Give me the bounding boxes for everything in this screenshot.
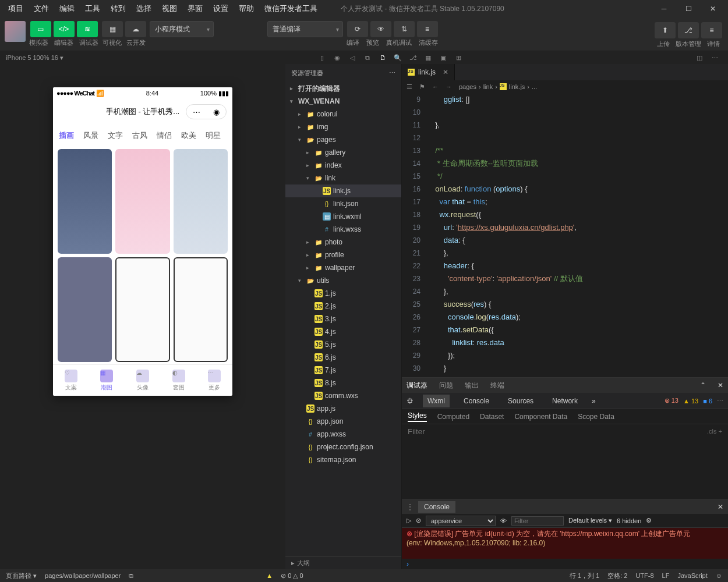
tab-illustration[interactable]: 插画 [58,128,75,143]
tab-component-data[interactable]: Component Data [514,413,567,421]
warning-count[interactable]: ▲ 13 [683,398,698,404]
tree-item-wallpaper[interactable]: ▸📁wallpaper [285,261,401,274]
tree-item-comm-wxs[interactable]: JScomm.wxs [285,389,401,402]
tab-dataset[interactable]: Dataset [480,413,504,421]
menu-select[interactable]: 选择 [132,1,156,16]
tab-star[interactable]: 明星 [204,128,222,143]
indent-info[interactable]: 空格: 2 [607,572,627,580]
device-info[interactable]: iPhone 5 100% 16 ▾ [6,54,63,62]
gallery-item[interactable] [174,257,228,362]
menu-file[interactable]: 文件 [29,1,54,16]
breadcrumb-item[interactable]: pages [459,83,476,90]
cut-icon[interactable]: ⧉ [360,51,375,64]
tab-scenery[interactable]: 风景 [82,128,100,143]
debugger-toggle[interactable]: ≋ [77,21,98,37]
real-device-button[interactable]: ⇅ [394,21,415,37]
forward-icon[interactable]: → [446,83,452,90]
record-icon[interactable]: ◉ [330,51,345,64]
list-icon[interactable]: ☰ [407,83,412,91]
gallery-item[interactable] [115,257,169,362]
tree-item-img[interactable]: ▸📁img [285,120,401,133]
error-count[interactable]: ⊗ 13 [665,397,678,404]
tree-item-colorui[interactable]: ▸📁colorui [285,108,401,120]
tabbar-wenan[interactable]: ♡文案 [53,365,89,396]
code-editor[interactable]: 9101112131415161718192021222324252627282… [402,93,728,377]
tree-item-4-js[interactable]: JS4.js [285,325,401,338]
breadcrumb-item[interactable]: ... [532,83,537,90]
page-route-label[interactable]: 页面路径 ▾ [6,572,37,580]
console-scope-select[interactable]: appservice [426,516,496,526]
tab-problems[interactable]: 问题 [439,381,453,391]
maximize-button[interactable]: ☐ [677,0,700,17]
preview-button[interactable]: 👁 [370,21,391,37]
visualize-button[interactable]: ▦ [102,21,123,37]
close-tab-icon[interactable]: ✕ [443,68,448,76]
cls-toggle[interactable]: .cls [707,428,717,435]
breadcrumb-item[interactable]: link [483,83,493,90]
tree-item-app-js[interactable]: JSapp.js [285,402,401,415]
page-path[interactable]: pages/wallpaper/wallpaper [45,572,121,579]
stop-icon[interactable]: ⊘ [416,517,421,524]
detail-button[interactable]: ≡ [701,22,722,38]
menu-help[interactable]: 帮助 [234,1,259,16]
language-mode[interactable]: JavaScript [677,572,707,579]
styles-filter-input[interactable] [408,427,466,436]
inspect-icon[interactable]: ⯐ [407,397,414,405]
warning-icon[interactable]: ▲ [266,572,273,579]
explorer-section[interactable]: ▸打开的编辑器 [285,82,401,95]
tab-scope-data[interactable]: Scope Data [578,413,614,421]
tree-item-sitemap-json[interactable]: {}sitemap.json [285,453,401,466]
branch-icon[interactable]: ⎇ [405,51,420,64]
more-tabs-icon[interactable]: » [592,397,596,405]
back-icon[interactable]: ← [432,83,439,90]
editor-toggle[interactable]: </> [54,21,75,37]
menu-view[interactable]: 视图 [157,1,182,16]
console-close-icon[interactable]: ✕ [718,503,723,511]
tree-item-link-wxss[interactable]: #link.wxss [285,223,401,236]
build-mode-select[interactable]: 普通编译 [267,21,343,37]
tree-item-index[interactable]: ▸📁index [285,159,401,172]
menu-tool[interactable]: 工具 [80,1,105,16]
panel-close-icon[interactable]: ✕ [718,381,723,389]
diagnostics[interactable]: ⊘ 0 △ 0 [281,572,303,580]
more-icon[interactable]: ⋯ [707,51,722,64]
gallery-item[interactable] [174,149,228,254]
tab-styles[interactable]: Styles [408,411,427,422]
chevron-up-icon[interactable]: ⌃ [700,381,706,389]
clear-console-icon[interactable]: ▷ [407,517,411,524]
explorer-more-icon[interactable]: ⋯ [389,69,395,77]
hidden-count[interactable]: 6 hidden [617,517,641,524]
editor-tab-linkjs[interactable]: JS link.js ✕ [402,64,455,80]
menu-project[interactable]: 项目 [3,1,28,16]
gallery-item[interactable] [115,149,169,254]
console-tab[interactable]: Console [418,501,455,513]
tab-debugger[interactable]: 调试器 [407,381,427,391]
tree-item-link-json[interactable]: {}link.json [285,197,401,210]
tabbar-chaotu[interactable]: ▦潮图 [89,365,125,396]
tree-item-photo[interactable]: ▸📁photo [285,236,401,249]
ext3-icon[interactable]: ⊞ [451,51,466,64]
tab-network[interactable]: Network [547,395,582,407]
levels-select[interactable]: Default levels ▾ [568,517,612,524]
gear-icon[interactable]: ⚙ [646,517,652,524]
tab-output[interactable]: 输出 [465,381,479,391]
search-icon[interactable]: 🔍 [390,51,405,64]
tree-item-utils[interactable]: ▾📂utils [285,274,401,287]
tree-item-8-js[interactable]: JS8.js [285,377,401,389]
compile-mode-select[interactable]: 小程序模式 [150,21,214,37]
info-count[interactable]: ■ 6 [703,398,712,404]
cursor-position[interactable]: 行 1，列 1 [570,572,599,580]
menu-settings[interactable]: 设置 [208,1,233,16]
tab-couple[interactable]: 情侣 [156,128,173,143]
ext1-icon[interactable]: ▦ [420,51,436,64]
breadcrumb-item[interactable]: link.js [509,83,525,90]
tree-item-pages[interactable]: ▾📂pages [285,133,401,146]
gallery-item[interactable] [58,149,112,254]
copy-icon[interactable]: ⧉ [129,572,133,580]
tree-item-profile[interactable]: ▸📁profile [285,249,401,261]
menu-goto[interactable]: 转到 [106,1,130,16]
tab-computed[interactable]: Computed [437,413,469,421]
cloud-dev-button[interactable]: ☁ [125,21,146,37]
explorer-section[interactable]: ▾WX_WENAN [285,95,401,108]
gallery-item[interactable] [58,257,112,362]
